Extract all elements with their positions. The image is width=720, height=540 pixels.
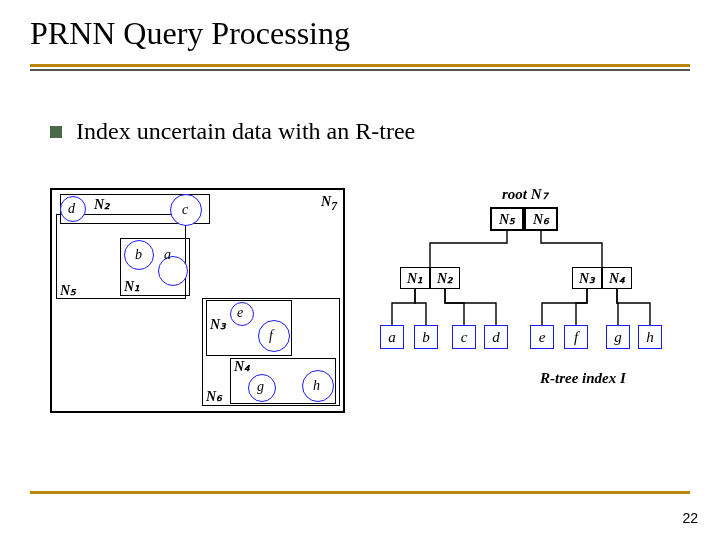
node-N5: N₅ (490, 207, 524, 231)
label-f: f (269, 329, 273, 343)
leaf-a: a (380, 325, 404, 349)
node-N3: N₃ (572, 267, 602, 289)
square-bullet-icon (50, 126, 62, 138)
rtree-diagram: root N₇ N₅ N₆ N₁ N₂ N₃ N₄ a b c d e f g … (380, 185, 680, 405)
label-c: c (182, 203, 188, 217)
slide-title: PRNN Query Processing (30, 15, 350, 52)
label-g: g (257, 380, 264, 394)
leaf-d: d (484, 325, 508, 349)
circle-a (158, 256, 188, 286)
label-N7: N7 (321, 194, 337, 213)
leaf-g: g (606, 325, 630, 349)
page-number: 22 (682, 510, 698, 526)
label-a: a (164, 248, 171, 262)
label-N1: N₁ (124, 280, 140, 294)
bullet-text: Index uncertain data with an R-tree (76, 118, 415, 145)
label-h: h (313, 379, 320, 393)
figure: N7 N₅ N₂ d c N₁ b a N₆ (40, 180, 680, 425)
label-d: d (68, 202, 75, 216)
leaf-f: f (564, 325, 588, 349)
leaf-c: c (452, 325, 476, 349)
spatial-n7: N7 N₅ N₂ d c N₁ b a N₆ (50, 188, 345, 413)
leaf-b: b (414, 325, 438, 349)
label-N5: N₅ (60, 284, 76, 298)
label-root: root N₇ (502, 185, 548, 203)
slide: PRNN Query Processing Index uncertain da… (0, 0, 720, 540)
node-N1: N₁ (400, 267, 430, 289)
circle-f (258, 320, 290, 352)
node-N2: N₂ (430, 267, 460, 289)
label-e: e (237, 306, 243, 320)
node-N4: N₄ (602, 267, 632, 289)
label-N3: N₃ (210, 318, 226, 332)
leaf-h: h (638, 325, 662, 349)
label-index: R-tree index I (540, 370, 626, 387)
label-N2: N₂ (94, 198, 110, 212)
leaf-e: e (530, 325, 554, 349)
label-b: b (135, 248, 142, 262)
bullet-item: Index uncertain data with an R-tree (50, 118, 415, 145)
label-N6: N₆ (206, 390, 222, 404)
title-rule (30, 64, 690, 71)
node-N6: N₆ (524, 207, 558, 231)
footer-rule (30, 491, 690, 494)
label-N4: N₄ (234, 360, 250, 374)
